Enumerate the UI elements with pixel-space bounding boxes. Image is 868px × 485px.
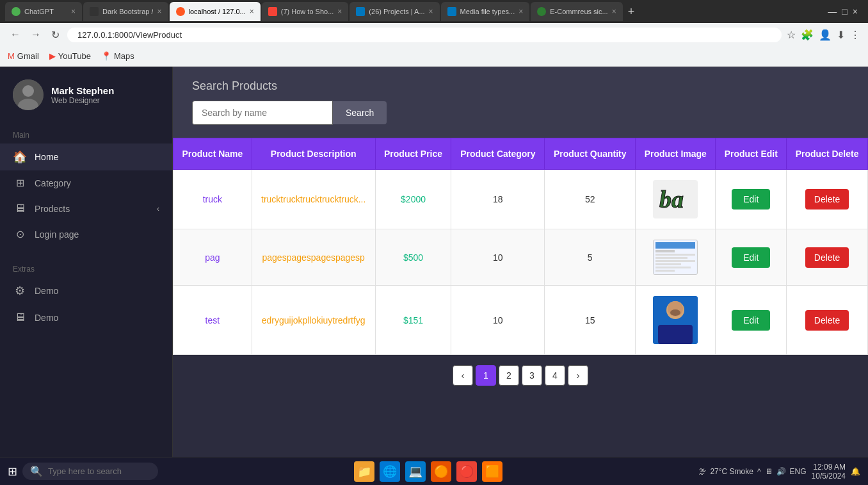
row2-description: pagespagespagespagesp: [252, 229, 375, 286]
row1-delete-cell: Delete: [787, 170, 868, 229]
row1-price: $2000: [375, 170, 451, 229]
svg-rect-6: [655, 242, 695, 249]
row3-delete-button[interactable]: Delete: [805, 310, 849, 331]
taskbar-app-edge[interactable]: 🌐: [380, 461, 400, 482]
close-window-button[interactable]: ×: [853, 6, 858, 17]
bookmark-star-icon[interactable]: ☆: [787, 29, 796, 41]
th-product-delete: Product Delete: [787, 138, 868, 170]
tab-close-linkedin-media[interactable]: ×: [518, 7, 523, 16]
tab-close-youtube-how[interactable]: ×: [337, 7, 342, 16]
tab-close-chatgpt[interactable]: ×: [71, 7, 76, 16]
row2-delete-button[interactable]: Delete: [805, 247, 849, 268]
tab-ecommerce[interactable]: E-Commreus sic... ×: [531, 2, 622, 21]
pagination-page-2[interactable]: 2: [499, 365, 519, 386]
avatar: [13, 79, 44, 110]
table-header: Product Name Product Description Product…: [173, 138, 868, 170]
row3-edit-cell: Edit: [716, 286, 787, 355]
download-icon[interactable]: ⬇: [837, 29, 845, 41]
home-icon: 🏠: [13, 150, 27, 164]
network-icon: 🖥: [765, 467, 773, 476]
tab-chatgpt[interactable]: ChatGPT ×: [5, 2, 82, 21]
forward-button[interactable]: →: [28, 26, 44, 43]
taskbar-app-orange[interactable]: 🟠: [431, 461, 451, 482]
taskbar-app-chrome[interactable]: 🔴: [456, 461, 477, 482]
tab-linkedin-projects[interactable]: (26) Projects | A... ×: [350, 2, 439, 21]
pagination-page-3[interactable]: 3: [522, 365, 542, 386]
bookmark-gmail-label: Gmail: [17, 51, 39, 61]
profile-icon[interactable]: 👤: [819, 29, 832, 41]
row3-edit-button[interactable]: Edit: [732, 310, 770, 331]
pagination-page-1[interactable]: 1: [476, 365, 496, 386]
new-tab-button[interactable]: +: [624, 5, 639, 19]
taskbar-app-files[interactable]: 📁: [354, 461, 374, 482]
sidebar-item-login[interactable]: ⊙ Login page: [0, 222, 172, 247]
row3-price: $151: [375, 286, 451, 355]
volume-icon: 🔊: [776, 467, 786, 476]
row2-price: $500: [375, 229, 451, 286]
tab-youtube-how[interactable]: (7) How to Sho... ×: [262, 2, 349, 21]
row1-category: 18: [451, 170, 545, 229]
table-row: test edryguijokpllokiuytredrtfyg $151 10…: [173, 286, 868, 355]
sidebar-item-demo1[interactable]: ⚙ Demo: [0, 277, 172, 304]
profile-info: Mark Stephen Web Designer: [51, 85, 114, 105]
main-content: Search Products Search Product Name Prod…: [173, 67, 868, 457]
bookmark-maps[interactable]: 📍 Maps: [101, 51, 134, 61]
tab-label-dark-bootstrap: Dark Bootstrap /: [102, 8, 153, 15]
sidebar-item-products[interactable]: 🖥 Prodects ‹: [0, 195, 172, 222]
profile-role: Web Designer: [51, 96, 114, 105]
tab-close-ecommerce[interactable]: ×: [612, 7, 616, 16]
table-row: pag pagespagespagespagesp $500 10 5: [173, 229, 868, 286]
back-button[interactable]: ←: [8, 26, 23, 43]
row3-quantity: 15: [545, 286, 636, 355]
address-input[interactable]: [67, 28, 782, 42]
bookmark-youtube[interactable]: ▶ YouTube: [49, 51, 91, 61]
notification-icon[interactable]: 🔔: [851, 467, 860, 476]
svg-rect-16: [658, 325, 693, 344]
tab-dark-bootstrap[interactable]: Dark Bootstrap / ×: [83, 2, 168, 21]
row1-delete-button[interactable]: Delete: [805, 189, 849, 210]
search-input[interactable]: [192, 101, 333, 125]
pagination: ‹ 1 2 3 4 ›: [173, 355, 868, 396]
sidebar-item-home[interactable]: 🏠 Home: [0, 144, 172, 170]
sidebar-item-category[interactable]: ⊞ Category: [0, 170, 172, 195]
taskbar-app-extra[interactable]: 🟧: [482, 461, 502, 482]
taskbar-search-input[interactable]: [48, 466, 150, 476]
pagination-page-4[interactable]: 4: [545, 365, 565, 386]
minimize-button[interactable]: —: [828, 6, 837, 17]
tab-close-linkedin-projects[interactable]: ×: [429, 7, 433, 16]
row1-image-cell: ba ba: [636, 170, 716, 229]
svg-rect-12: [655, 267, 691, 268]
tray-expand-icon[interactable]: ^: [757, 467, 761, 476]
taskbar-search[interactable]: 🔍: [22, 463, 158, 480]
table-wrapper: Product Name Product Description Product…: [173, 138, 868, 355]
start-button[interactable]: ⊞: [8, 464, 17, 479]
maximize-button[interactable]: □: [842, 6, 847, 17]
bookmark-gmail[interactable]: M Gmail: [8, 51, 39, 61]
search-button[interactable]: Search: [333, 101, 387, 124]
row3-product-image: [653, 296, 698, 344]
avatar-image: [13, 79, 44, 110]
tab-label-chatgpt: ChatGPT: [24, 8, 67, 15]
address-bar-icons: ☆ 🧩 👤 ⬇ ⋮: [787, 29, 860, 41]
tab-localhost[interactable]: localhost / 127.0... ×: [170, 2, 261, 21]
tab-close-localhost[interactable]: ×: [250, 7, 254, 16]
tab-label-linkedin-projects: (26) Projects | A...: [369, 8, 424, 15]
tab-close-dark-bootstrap[interactable]: ×: [157, 7, 161, 16]
tab-linkedin-media[interactable]: Media file types... ×: [441, 2, 530, 21]
browser-chrome: ChatGPT × Dark Bootstrap / × localhost /…: [0, 0, 868, 67]
sidebar-item-demo2[interactable]: 🖥 Demo: [0, 304, 172, 331]
pagination-prev[interactable]: ‹: [453, 365, 473, 386]
th-product-quantity: Product Quantity: [545, 138, 636, 170]
taskbar-app-vscode[interactable]: 💻: [405, 461, 426, 482]
th-product-category: Product Category: [451, 138, 545, 170]
row2-edit-button[interactable]: Edit: [732, 247, 770, 268]
pagination-next[interactable]: ›: [568, 365, 588, 386]
row3-category: 10: [451, 286, 545, 355]
extensions-icon[interactable]: 🧩: [801, 29, 814, 41]
th-product-name: Product Name: [173, 138, 252, 170]
sidebar-item-demo2-label: Demo: [35, 313, 159, 323]
refresh-button[interactable]: ↻: [49, 26, 62, 44]
menu-icon[interactable]: ⋮: [850, 29, 860, 41]
svg-rect-10: [655, 260, 695, 262]
row1-edit-button[interactable]: Edit: [732, 189, 770, 210]
